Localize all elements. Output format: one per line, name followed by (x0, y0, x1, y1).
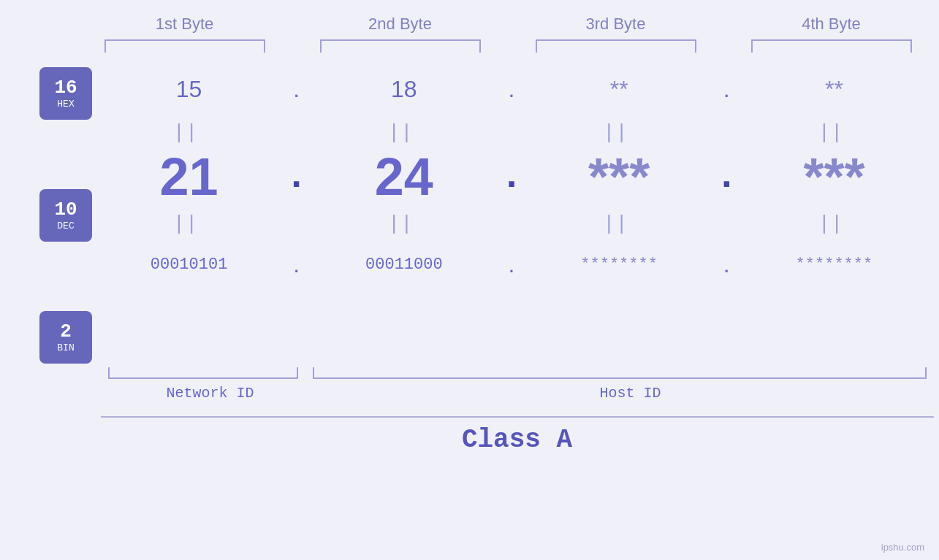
bin-badge-number: 2 (60, 321, 72, 342)
bin-dot2: . (497, 251, 526, 278)
byte3-header: 3rd Byte (536, 15, 696, 34)
badges-column: 16 HEX 10 DEC 2 BIN (0, 60, 95, 364)
dec-dot3: . (712, 156, 741, 199)
hex-data-row: 15 . 18 . ** . ** (95, 60, 928, 118)
byte4-header: 4th Byte (751, 15, 912, 34)
data-grid: 15 . 18 . ** . ** || || || || 21 (95, 60, 939, 364)
hex-b3: ** (539, 76, 699, 103)
dec-data-row: 21 . 24 . *** . *** (95, 144, 928, 210)
bracket-4 (751, 39, 912, 53)
dec-dot2: . (497, 156, 526, 199)
sep1-b2: || (324, 120, 484, 143)
sep1-b1: || (109, 120, 270, 143)
dec-badge-label: DEC (57, 220, 74, 231)
bottom-brackets (101, 367, 934, 379)
hex-b1: 15 (109, 76, 270, 103)
dec-dot1: . (282, 156, 311, 199)
watermark: ipshu.com (881, 542, 924, 553)
main-container: 1st Byte 2nd Byte 3rd Byte 4th Byte 16 H… (0, 0, 939, 560)
class-divider (101, 416, 934, 418)
bracket-1 (104, 39, 265, 53)
byte1-header: 1st Byte (104, 15, 265, 34)
sep2-b1: || (109, 211, 270, 234)
dec-b1: 21 (109, 150, 270, 203)
bottom-bracket-area: Network ID Host ID (101, 367, 934, 402)
dec-b2: 24 (324, 150, 484, 203)
bin-b2: 00011000 (324, 256, 484, 274)
sep1-b4: || (753, 120, 914, 143)
hex-badge-number: 16 (54, 77, 77, 99)
sep2-b4: || (753, 211, 914, 234)
dec-badge: 10 DEC (39, 189, 92, 242)
bracket-3 (536, 39, 696, 53)
hex-badge-label: HEX (57, 99, 74, 110)
sep2-b2: || (324, 211, 484, 234)
content-area: 16 HEX 10 DEC 2 BIN 15 . 18 . ** (0, 60, 939, 364)
bracket-2 (320, 39, 481, 53)
byte-headers: 1st Byte 2nd Byte 3rd Byte 4th Byte (77, 15, 939, 34)
network-id-label: Network ID (108, 385, 313, 402)
dec-b3: *** (539, 150, 699, 203)
bin-data-row: 00010101 . 00011000 . ******** . *******… (95, 235, 928, 294)
network-bracket (108, 367, 298, 379)
bin-b4: ******** (753, 256, 914, 274)
bracket-row (77, 39, 939, 53)
bin-dot3: . (712, 251, 741, 278)
hex-dot2: . (497, 76, 526, 103)
hex-dot3: . (712, 76, 741, 103)
hex-badge: 16 HEX (39, 67, 92, 120)
dec-badge-number: 10 (54, 199, 77, 220)
bottom-labels: Network ID Host ID (101, 385, 934, 402)
separator-row-2: || || || || (95, 210, 928, 235)
hex-b2: 18 (324, 76, 484, 103)
hex-b4: ** (753, 76, 914, 103)
host-bracket (313, 367, 927, 379)
class-label-row: Class A (101, 425, 934, 455)
separator-row-1: || || || || (95, 118, 928, 144)
byte2-header: 2nd Byte (320, 15, 481, 34)
bin-badge-label: BIN (57, 342, 74, 353)
bin-b3: ******** (539, 256, 699, 274)
bin-dot1: . (282, 251, 311, 278)
sep2-b3: || (539, 211, 699, 234)
dec-b4: *** (753, 150, 914, 203)
sep1-b3: || (539, 120, 699, 143)
bin-b1: 00010101 (109, 256, 270, 274)
host-id-label: Host ID (327, 385, 934, 402)
class-label: Class A (462, 425, 572, 455)
bin-badge: 2 BIN (39, 311, 92, 364)
hex-dot1: . (282, 76, 311, 103)
